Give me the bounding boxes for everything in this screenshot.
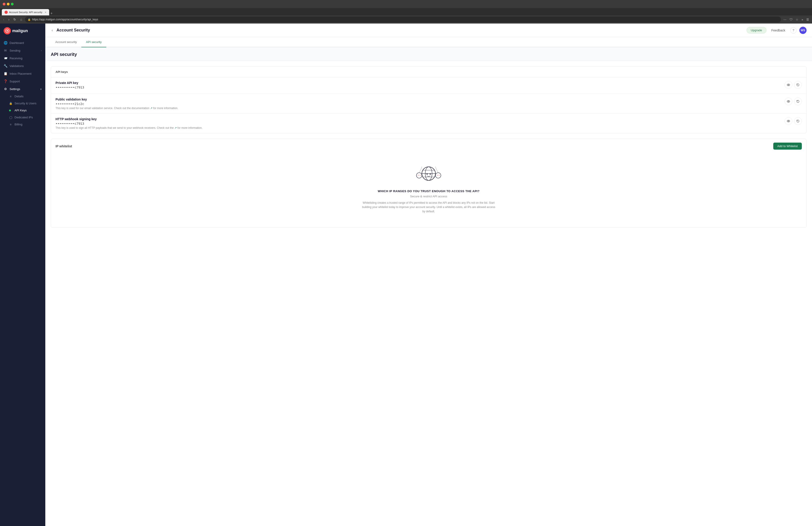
private-api-key-value: ••••••••••c7913 xyxy=(56,86,785,89)
public-validation-key-desc: This key is used for our email validatio… xyxy=(56,107,785,110)
svg-point-6 xyxy=(787,120,790,122)
add-to-whitelist-button[interactable]: Add to Whitelist xyxy=(773,142,802,150)
sidebar-sub-label-dedicated-ips: Dedicated IPs xyxy=(14,116,33,119)
webhook-signing-key-refresh-button[interactable] xyxy=(794,117,802,125)
tab-api-security[interactable]: API security xyxy=(81,37,106,47)
sidebar-item-receiving[interactable]: 📨 Receiving xyxy=(0,54,45,62)
dedicated-ips-icon: ◯ xyxy=(9,116,12,119)
svg-point-4 xyxy=(787,101,790,102)
page-content: Account security API security API securi… xyxy=(45,37,812,526)
close-traffic-light[interactable] xyxy=(3,3,5,5)
section-header: API security xyxy=(45,47,812,61)
app-shell: mailgun 🌐 Dashboard ✉ Sending › 📨 Receiv… xyxy=(0,24,812,526)
public-validation-key-view-button[interactable] xyxy=(785,97,792,105)
sidebar-sub-label-details: Details xyxy=(14,95,24,98)
svg-point-15 xyxy=(417,173,422,178)
minimize-traffic-light[interactable] xyxy=(7,3,10,5)
new-tab-button[interactable]: + xyxy=(50,11,53,15)
traffic-lights xyxy=(3,3,14,5)
cards-area: API keys Private API key ••••••••••c7913 xyxy=(45,61,812,239)
reload-button[interactable]: ↻ xyxy=(12,17,17,22)
logo-text: mailgun xyxy=(12,29,28,33)
bookmark-button[interactable]: ☆ xyxy=(795,17,799,22)
sidebar-item-sending[interactable]: ✉ Sending › xyxy=(0,47,45,54)
sidebar-item-inbox-placement[interactable]: 📋 Inbox Placement xyxy=(0,70,45,77)
api-keys-card: API keys Private API key ••••••••••c7913 xyxy=(51,66,807,133)
sidebar-item-support[interactable]: ❓ Support xyxy=(0,77,45,85)
sidebar-toggle-button[interactable]: ‹ xyxy=(51,27,54,33)
sidebar-item-validations[interactable]: 🔧 Validations xyxy=(0,62,45,70)
sending-chevron-icon: › xyxy=(41,49,42,52)
main-content: ‹ Account Security Upgrade Feedback ? WS… xyxy=(45,24,812,526)
private-api-key-refresh-button[interactable] xyxy=(794,81,802,89)
address-bar[interactable]: 🔒 https://app.mailgun.com/app/account/se… xyxy=(25,16,781,22)
webhook-signing-key-row: HTTP webhook signing key ••••••••••c7913… xyxy=(51,114,806,133)
tabs-bar: Account security API security xyxy=(45,37,812,47)
sidebar-item-settings[interactable]: ⚙ Settings ∨ xyxy=(0,85,45,93)
sidebar-sub-item-details[interactable]: ≡ Details xyxy=(0,93,45,100)
webhook-signing-key-desc: This key is used to sign all HTTP payloa… xyxy=(56,126,785,130)
shield-button[interactable]: 🛡 xyxy=(788,17,794,22)
browser-nav-actions: ⋯ 🛡 ☆ » ☰ xyxy=(782,17,810,22)
active-tab[interactable]: Account Security: API security ✕ xyxy=(2,9,49,15)
browser-nav-bar: ‹ › ↻ ⌂ 🔒 https://app.mailgun.com/app/ac… xyxy=(0,15,812,24)
svg-point-13 xyxy=(426,174,428,175)
svg-point-18 xyxy=(435,173,441,178)
whitelist-empty-subtitle: Secure & restrict API access xyxy=(410,195,447,198)
receiving-icon: 📨 xyxy=(4,56,7,60)
sidebar-sub-label-billing: Billing xyxy=(14,123,23,126)
sidebar-sub-item-dedicated-ips[interactable]: ◯ Dedicated IPs xyxy=(0,114,45,121)
private-api-key-view-button[interactable] xyxy=(785,81,792,89)
webhook-signing-key-info: HTTP webhook signing key ••••••••••c7913… xyxy=(56,117,785,130)
sidebar-sub-label-security-users: Security & Users xyxy=(14,102,37,105)
upgrade-button[interactable]: Upgrade xyxy=(746,27,767,33)
whitelist-title: IP whitelist xyxy=(56,145,72,148)
home-button[interactable]: ⌂ xyxy=(19,17,23,22)
private-api-key-label: Private API key xyxy=(56,81,785,85)
sidebar-label-support: Support xyxy=(10,80,20,83)
public-validation-key-row: Public validation key ••••••••••21c2c Th… xyxy=(51,94,806,114)
menu-button[interactable]: ☰ xyxy=(805,17,810,22)
private-api-key-row: Private API key ••••••••••c7913 xyxy=(51,77,806,94)
svg-point-3 xyxy=(788,85,789,85)
public-validation-doc-link[interactable]: ↗ xyxy=(150,107,153,110)
back-button[interactable]: ‹ xyxy=(2,17,6,22)
svg-point-5 xyxy=(788,101,789,102)
sidebar-sub-item-billing[interactable]: ≡ Billing xyxy=(0,121,45,128)
avatar[interactable]: WS xyxy=(799,27,807,34)
url-display: https://app.mailgun.com/app/account/secu… xyxy=(32,18,98,21)
address-text: https://app.mailgun.com/app/account/secu… xyxy=(32,18,778,21)
sidebar-label-inbox-placement: Inbox Placement xyxy=(10,72,31,75)
details-icon: ≡ xyxy=(9,95,12,98)
feedback-button[interactable]: Feedback xyxy=(769,27,787,33)
extensions-button[interactable]: ⋯ xyxy=(782,17,787,22)
whitelist-empty-title: WHICH IP RANGES DO YOU TRUST ENOUGH TO A… xyxy=(378,190,479,193)
tab-bar: Account Security: API security ✕ + xyxy=(0,8,812,15)
page-title: Account Security xyxy=(56,28,743,33)
svg-point-19 xyxy=(437,175,438,176)
sidebar-label-settings: Settings xyxy=(10,87,20,91)
svg-point-1 xyxy=(6,30,8,31)
public-validation-key-info: Public validation key ••••••••••21c2c Th… xyxy=(56,97,785,110)
more-tools-button[interactable]: » xyxy=(800,17,804,22)
validations-icon: 🔧 xyxy=(4,64,7,68)
webhook-signing-key-actions xyxy=(785,117,802,125)
sidebar-sub-item-security-users[interactable]: 🔒 Security & Users xyxy=(0,100,45,107)
tab-close-icon[interactable]: ✕ xyxy=(45,11,46,14)
webhook-signing-doc-link[interactable]: ↗ xyxy=(174,126,177,130)
forward-button[interactable]: › xyxy=(7,17,11,22)
public-validation-key-refresh-button[interactable] xyxy=(794,97,802,105)
sidebar-sub-item-api-keys[interactable]: API Keys xyxy=(0,107,45,114)
lock-icon: 🔒 xyxy=(28,18,31,21)
help-button[interactable]: ? xyxy=(790,27,797,33)
settings-chevron-icon: ∨ xyxy=(40,88,42,90)
tab-favicon xyxy=(4,11,8,14)
webhook-signing-key-view-button[interactable] xyxy=(785,117,792,125)
tab-account-security[interactable]: Account security xyxy=(51,37,81,47)
sidebar-item-dashboard[interactable]: 🌐 Dashboard xyxy=(0,39,45,47)
svg-point-7 xyxy=(788,121,789,122)
billing-icon: ≡ xyxy=(9,123,12,126)
sidebar: mailgun 🌐 Dashboard ✉ Sending › 📨 Receiv… xyxy=(0,24,45,526)
sidebar-label-receiving: Receiving xyxy=(10,57,23,60)
fullscreen-traffic-light[interactable] xyxy=(11,3,14,5)
